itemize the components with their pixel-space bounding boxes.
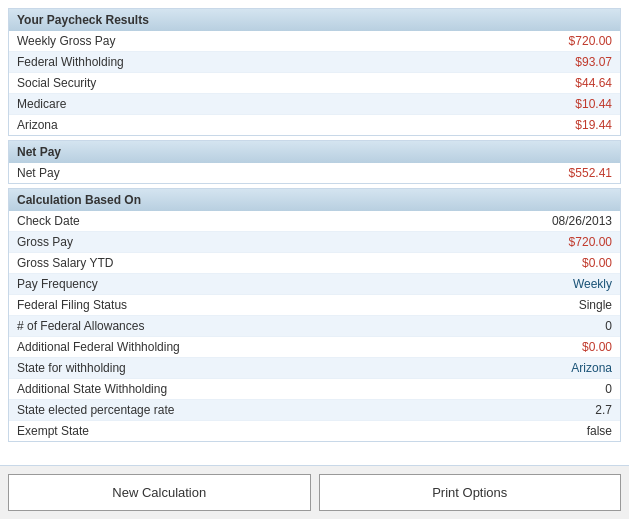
table-row: Net Pay$552.41 <box>9 163 620 183</box>
row-label: Social Security <box>17 76 96 90</box>
section-calculation-based-on: Calculation Based OnCheck Date08/26/2013… <box>8 188 621 442</box>
row-value: $0.00 <box>582 256 612 270</box>
row-value: $720.00 <box>569 34 612 48</box>
table-row: Medicare$10.44 <box>9 94 620 115</box>
row-label: Gross Salary YTD <box>17 256 113 270</box>
row-value: 2.7 <box>595 403 612 417</box>
row-value: $44.64 <box>575 76 612 90</box>
table-row: State for withholdingArizona <box>9 358 620 379</box>
row-value: Weekly <box>573 277 612 291</box>
row-value: $0.00 <box>582 340 612 354</box>
row-value: Arizona <box>571 361 612 375</box>
table-row: Federal Filing StatusSingle <box>9 295 620 316</box>
table-row: Gross Pay$720.00 <box>9 232 620 253</box>
table-row: Federal Withholding$93.07 <box>9 52 620 73</box>
table-row: Additional State Withholding0 <box>9 379 620 400</box>
section-body-calculation-based-on: Check Date08/26/2013Gross Pay$720.00Gros… <box>9 211 620 441</box>
row-label: Additional Federal Withholding <box>17 340 180 354</box>
row-value: 08/26/2013 <box>552 214 612 228</box>
new-calculation-button[interactable]: New Calculation <box>8 474 311 511</box>
row-label: Arizona <box>17 118 58 132</box>
row-label: Exempt State <box>17 424 89 438</box>
row-value: false <box>587 424 612 438</box>
main-container: Your Paycheck ResultsWeekly Gross Pay$72… <box>0 0 629 465</box>
row-label: Federal Withholding <box>17 55 124 69</box>
row-label: # of Federal Allowances <box>17 319 144 333</box>
table-row: Check Date08/26/2013 <box>9 211 620 232</box>
row-label: State elected percentage rate <box>17 403 174 417</box>
row-label: Pay Frequency <box>17 277 98 291</box>
row-value: 0 <box>605 319 612 333</box>
row-label: Net Pay <box>17 166 60 180</box>
print-options-button[interactable]: Print Options <box>319 474 622 511</box>
table-row: Additional Federal Withholding$0.00 <box>9 337 620 358</box>
section-paycheck-results: Your Paycheck ResultsWeekly Gross Pay$72… <box>8 8 621 136</box>
table-row: # of Federal Allowances0 <box>9 316 620 337</box>
footer: New Calculation Print Options <box>0 465 629 519</box>
section-body-paycheck-results: Weekly Gross Pay$720.00Federal Withholdi… <box>9 31 620 135</box>
row-value: $19.44 <box>575 118 612 132</box>
section-net-pay: Net PayNet Pay$552.41 <box>8 140 621 184</box>
section-body-net-pay: Net Pay$552.41 <box>9 163 620 183</box>
table-row: Arizona$19.44 <box>9 115 620 135</box>
section-header-calculation-based-on: Calculation Based On <box>9 189 620 211</box>
row-value: $552.41 <box>569 166 612 180</box>
row-label: State for withholding <box>17 361 126 375</box>
row-value: Single <box>579 298 612 312</box>
table-row: Exempt Statefalse <box>9 421 620 441</box>
table-row: Gross Salary YTD$0.00 <box>9 253 620 274</box>
row-label: Check Date <box>17 214 80 228</box>
row-label: Weekly Gross Pay <box>17 34 115 48</box>
table-row: State elected percentage rate2.7 <box>9 400 620 421</box>
row-value: 0 <box>605 382 612 396</box>
section-header-net-pay: Net Pay <box>9 141 620 163</box>
section-header-paycheck-results: Your Paycheck Results <box>9 9 620 31</box>
row-label: Gross Pay <box>17 235 73 249</box>
table-row: Pay FrequencyWeekly <box>9 274 620 295</box>
row-label: Federal Filing Status <box>17 298 127 312</box>
row-value: $93.07 <box>575 55 612 69</box>
row-value: $10.44 <box>575 97 612 111</box>
table-row: Weekly Gross Pay$720.00 <box>9 31 620 52</box>
table-row: Social Security$44.64 <box>9 73 620 94</box>
row-label: Additional State Withholding <box>17 382 167 396</box>
row-value: $720.00 <box>569 235 612 249</box>
row-label: Medicare <box>17 97 66 111</box>
